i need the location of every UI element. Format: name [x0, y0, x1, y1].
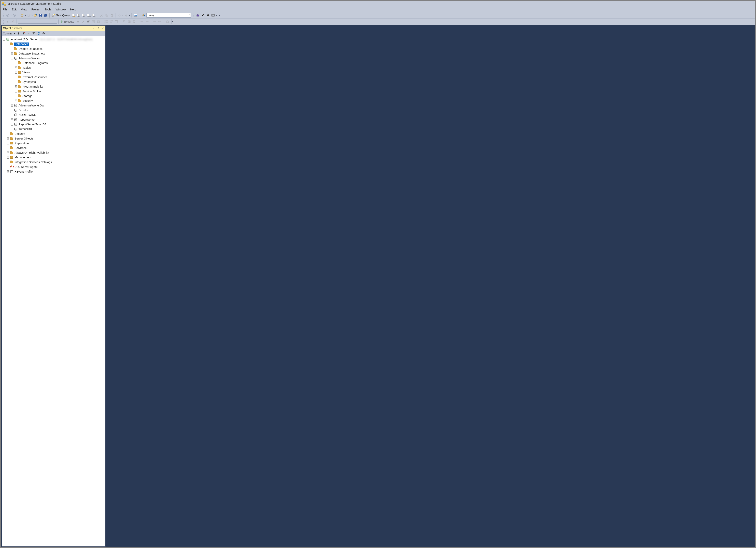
execute-button[interactable]: Execute	[60, 19, 75, 24]
expand-icon[interactable]: +	[11, 52, 13, 55]
disconnect-button[interactable]	[11, 19, 15, 24]
toolbar-grip-icon[interactable]	[193, 13, 195, 17]
tree-db-econtact[interactable]: +Econtact	[2, 108, 105, 113]
query-options-button[interactable]	[91, 19, 95, 24]
tree-database-snapshots[interactable]: + Database Snapshots	[2, 51, 105, 56]
copy-button[interactable]	[105, 13, 109, 18]
expand-icon[interactable]: +	[11, 104, 13, 107]
dmx-query-button[interactable]: DMX	[82, 13, 86, 18]
expand-icon[interactable]: +	[15, 81, 17, 83]
save-all-button[interactable]	[44, 13, 48, 18]
expand-icon[interactable]: +	[7, 171, 9, 173]
expand-icon[interactable]: +	[7, 161, 9, 163]
tree-db-tutorialdb[interactable]: +TutorialDB	[2, 127, 105, 132]
include-live-stats-button[interactable]	[109, 19, 113, 24]
mdx-query-button[interactable]: MDX	[76, 13, 81, 18]
expand-icon[interactable]: +	[15, 95, 17, 97]
toolbar-grip-icon[interactable]	[3, 20, 4, 24]
xmla-query-button[interactable]: XMLA	[87, 13, 91, 18]
tree-polybase[interactable]: +PolyBase	[2, 146, 105, 150]
tree-views[interactable]: +Views	[2, 70, 105, 75]
expand-icon[interactable]: +	[11, 128, 13, 130]
nav-back-caret[interactable]: ▾	[10, 13, 12, 18]
new-item-button[interactable]	[27, 13, 31, 18]
tree-db-adventureworksdw[interactable]: +AdventureWorksDW	[2, 103, 105, 108]
expand-icon[interactable]: +	[11, 119, 13, 121]
tree-db-northwind[interactable]: +NORTHWIND	[2, 113, 105, 117]
tree-databases-node[interactable]: − Databases	[2, 42, 105, 46]
tree-db-reportservertempdb[interactable]: +ReportServerTempDB	[2, 122, 105, 127]
collapse-icon[interactable]: −	[7, 43, 9, 45]
tree-always-on[interactable]: +Always On High Availability	[2, 150, 105, 155]
database-engine-query-button[interactable]	[71, 13, 76, 18]
expand-icon[interactable]: +	[15, 76, 17, 78]
find-button[interactable]	[141, 13, 146, 18]
tools-options-button[interactable]	[201, 13, 205, 18]
close-panel-button[interactable]	[101, 27, 104, 30]
connect-oe-icon[interactable]	[17, 32, 20, 35]
display-estimated-plan-button[interactable]	[86, 19, 90, 24]
tree-db-security[interactable]: +Security	[2, 98, 105, 103]
undo-button[interactable]	[117, 13, 122, 18]
expand-icon[interactable]: +	[7, 137, 9, 140]
new-project-caret[interactable]: ▾	[25, 13, 26, 18]
expand-icon[interactable]: +	[7, 133, 9, 135]
new-query-button[interactable]: New Query	[51, 13, 71, 18]
expand-icon[interactable]: +	[11, 109, 13, 111]
undo-caret[interactable]: ▾	[122, 13, 124, 18]
parse-button[interactable]	[81, 19, 85, 24]
available-databases-combo[interactable]	[18, 20, 57, 24]
tree-programmability[interactable]: +Programmability	[2, 84, 105, 89]
expand-icon[interactable]: +	[7, 156, 9, 159]
tree-replication[interactable]: +Replication	[2, 141, 105, 146]
auto-hide-button[interactable]	[97, 27, 100, 30]
expand-icon[interactable]: +	[15, 62, 17, 64]
expand-icon[interactable]: +	[11, 48, 13, 50]
toolbar-grip-icon[interactable]	[3, 13, 4, 17]
tree-system-databases[interactable]: + System Databases	[2, 46, 105, 51]
expand-icon[interactable]: +	[15, 67, 17, 69]
nav-back-button[interactable]	[6, 13, 10, 18]
collapse-icon[interactable]: −	[3, 38, 5, 41]
tree-synonyms[interactable]: +Synonyms	[2, 80, 105, 84]
comment-button[interactable]	[140, 19, 144, 24]
redo-button[interactable]	[124, 13, 128, 18]
menu-project[interactable]: Project	[31, 8, 40, 11]
activity-oe-icon[interactable]	[42, 32, 46, 35]
include-actual-plan-button[interactable]	[104, 19, 108, 24]
object-explorer-tree[interactable]: − localhost (SQL Server 16.0.1027.2 - NO…	[2, 36, 105, 183]
toolbar2-overflow-caret[interactable]: ▾	[171, 19, 173, 24]
results-to-text-button[interactable]	[122, 19, 126, 24]
menu-tools[interactable]: Tools	[45, 8, 51, 11]
results-to-file-button[interactable]	[132, 19, 136, 24]
change-connection-button[interactable]	[6, 19, 10, 24]
tree-server-security[interactable]: +Security	[2, 132, 105, 136]
tree-storage[interactable]: +Storage	[2, 94, 105, 98]
decrease-indent-button[interactable]	[153, 19, 157, 24]
menu-help[interactable]: Help	[70, 8, 76, 11]
cut-button[interactable]	[99, 13, 104, 18]
tree-db-reportserver[interactable]: +ReportServer	[2, 117, 105, 122]
expand-icon[interactable]: +	[7, 166, 9, 168]
collapse-icon[interactable]: −	[11, 57, 13, 59]
tree-db-diagrams[interactable]: +Database Diagrams	[2, 61, 105, 65]
expand-icon[interactable]: +	[15, 85, 17, 88]
include-client-stats-button[interactable]	[114, 19, 119, 24]
toolbox-2-button[interactable]	[206, 13, 210, 18]
toolbox-button[interactable]	[196, 13, 200, 18]
disconnect-oe-icon[interactable]	[22, 32, 25, 35]
stop-oe-icon[interactable]	[27, 32, 30, 35]
filter-oe-icon[interactable]	[32, 32, 35, 35]
specify-template-values-button[interactable]	[165, 19, 170, 24]
save-button[interactable]	[38, 13, 43, 18]
intellisense-button[interactable]	[96, 19, 101, 24]
tree-service-broker[interactable]: +Service Broker	[2, 89, 105, 94]
expand-icon[interactable]: +	[7, 152, 9, 154]
toolbar-overflow-caret[interactable]: ▾	[218, 13, 220, 18]
expand-icon[interactable]: +	[15, 100, 17, 102]
connect-button[interactable]: Connect▾	[3, 32, 15, 35]
increase-indent-button[interactable]	[158, 19, 162, 24]
expand-icon[interactable]: +	[7, 147, 9, 149]
cancel-query-button[interactable]	[76, 19, 80, 24]
results-to-grid-button[interactable]	[127, 19, 131, 24]
